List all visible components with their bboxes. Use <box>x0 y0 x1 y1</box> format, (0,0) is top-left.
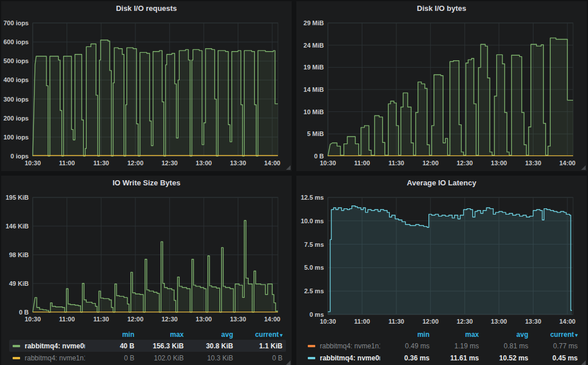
legend-header: min max avg current▾ <box>304 329 581 340</box>
legend-max-value: 1.19 ms <box>430 342 479 350</box>
panel-title[interactable]: Disk I/O bytes <box>296 1 587 16</box>
svg-text:11:30: 11:30 <box>93 316 109 323</box>
disk-io-bytes-chart[interactable]: 0 B5 MiB10 MiB14 MiB19 MiB24 MiB29 MiB10… <box>296 16 587 171</box>
svg-text:14:00: 14:00 <box>264 316 280 323</box>
io-write-size-chart[interactable]: 0 B49 KiB98 KiB146 KiB195 KiB10:3011:001… <box>1 191 292 327</box>
svg-text:11:00: 11:00 <box>59 316 75 323</box>
svg-text:11:30: 11:30 <box>388 160 404 166</box>
legend-avg-value: 10.3 KiB <box>184 354 233 362</box>
svg-text:12:00: 12:00 <box>423 160 439 166</box>
panel-resize-handle[interactable] <box>286 360 291 365</box>
legend-avg-value: 0.81 ms <box>479 342 528 350</box>
legend-current-value: 0 B <box>233 354 283 362</box>
legend-min-value: 40 B <box>85 342 134 350</box>
legend-col-avg[interactable]: avg <box>479 331 528 339</box>
svg-text:12:30: 12:30 <box>161 160 177 166</box>
svg-text:12:00: 12:00 <box>423 318 439 325</box>
legend-col-min[interactable]: min <box>85 331 134 339</box>
svg-text:98 KiB: 98 KiB <box>9 251 29 258</box>
svg-text:10:30: 10:30 <box>25 316 41 323</box>
svg-text:11:00: 11:00 <box>59 160 75 166</box>
panel-disk-io-requests: Disk I/O requests 0 iops100 iops200 iops… <box>1 1 292 171</box>
svg-text:13:00: 13:00 <box>491 160 507 166</box>
panel-title[interactable]: Disk I/O requests <box>1 1 292 16</box>
legend-max-value: 102.0 KiB <box>134 354 184 362</box>
svg-text:13:00: 13:00 <box>196 316 212 323</box>
panel-resize-handle[interactable] <box>286 165 291 170</box>
legend: min max avg current▾ rabbitmq4: nvme0n1:… <box>1 329 292 365</box>
svg-text:700 iops: 700 iops <box>3 20 29 26</box>
svg-text:14:00: 14:00 <box>559 160 575 166</box>
svg-text:13:00: 13:00 <box>491 318 507 325</box>
legend-col-max[interactable]: max <box>430 331 479 339</box>
series-swatch <box>13 345 20 347</box>
legend-header: min max avg current▾ <box>9 329 286 340</box>
svg-text:12:30: 12:30 <box>161 316 177 323</box>
svg-text:2.5 ms: 2.5 ms <box>304 288 324 294</box>
svg-text:12:00: 12:00 <box>127 160 144 166</box>
svg-text:500 iops: 500 iops <box>3 57 29 64</box>
disk-io-requests-chart[interactable]: 0 iops100 iops200 iops300 iops400 iops50… <box>1 16 292 171</box>
svg-text:10:30: 10:30 <box>320 318 336 325</box>
legend-max-value: 11.61 ms <box>430 354 479 362</box>
series-label[interactable]: rabbitmq4: nvme1n1: write <box>25 354 85 362</box>
svg-text:10:30: 10:30 <box>320 160 336 166</box>
legend-col-current[interactable]: current▾ <box>233 331 283 339</box>
legend-col-avg[interactable]: avg <box>184 331 233 339</box>
svg-text:24 MiB: 24 MiB <box>304 42 324 49</box>
sort-caret-icon: ▾ <box>575 332 578 338</box>
svg-text:5.0 ms: 5.0 ms <box>304 264 324 271</box>
series-swatch <box>308 345 315 347</box>
sort-caret-icon: ▾ <box>280 332 283 338</box>
legend-min-value: 0.36 ms <box>380 354 430 362</box>
svg-text:11:00: 11:00 <box>354 160 370 166</box>
legend-col-current[interactable]: current▾ <box>528 331 578 339</box>
svg-text:300 iops: 300 iops <box>3 96 29 103</box>
grafana-dashboard: Disk I/O requests 0 iops100 iops200 iops… <box>0 0 588 365</box>
svg-text:10.0 ms: 10.0 ms <box>301 218 324 224</box>
svg-text:11:30: 11:30 <box>93 160 109 166</box>
svg-text:0 B: 0 B <box>19 309 29 316</box>
svg-text:49 KiB: 49 KiB <box>9 280 29 287</box>
legend-row: rabbitmq4: nvme0n1: write 0.36 ms 11.61 … <box>304 352 581 364</box>
panel-title[interactable]: Average IO Latency <box>296 176 587 191</box>
series-label[interactable]: rabbitmq4: nvme1n1: write <box>320 342 380 350</box>
legend-current-value: 1.1 KiB <box>233 342 283 350</box>
svg-text:100 iops: 100 iops <box>3 134 29 141</box>
svg-text:29 MiB: 29 MiB <box>304 20 324 26</box>
svg-text:11:30: 11:30 <box>388 318 404 325</box>
svg-text:0 iops: 0 iops <box>10 153 29 160</box>
average-io-latency-chart[interactable]: 0 ms2.5 ms5.0 ms7.5 ms10.0 ms12.5 ms10:3… <box>296 191 587 329</box>
svg-text:19 MiB: 19 MiB <box>304 64 324 71</box>
panel-resize-handle[interactable] <box>581 165 586 170</box>
svg-text:13:30: 13:30 <box>525 318 541 325</box>
legend-col-min[interactable]: min <box>380 331 430 339</box>
legend-avg-value: 30.8 KiB <box>184 342 233 350</box>
series-label[interactable]: rabbitmq4: nvme0n1: write <box>25 342 85 350</box>
panel-resize-handle[interactable] <box>581 360 586 365</box>
legend-min-value: 0.49 ms <box>380 342 430 350</box>
svg-text:12:30: 12:30 <box>457 160 473 166</box>
series-swatch <box>13 357 20 359</box>
svg-text:12:00: 12:00 <box>127 316 144 323</box>
svg-text:195 KiB: 195 KiB <box>6 194 29 201</box>
legend-avg-value: 10.52 ms <box>479 354 528 362</box>
svg-text:0 B: 0 B <box>314 153 324 160</box>
svg-text:13:30: 13:30 <box>230 160 246 166</box>
legend-col-max[interactable]: max <box>134 331 184 339</box>
svg-text:13:00: 13:00 <box>196 160 212 166</box>
svg-text:14:00: 14:00 <box>559 318 575 325</box>
svg-text:12:30: 12:30 <box>457 318 473 325</box>
svg-text:10:30: 10:30 <box>25 160 41 166</box>
legend: min max avg current▾ rabbitmq4: nvme1n1:… <box>296 329 587 365</box>
panel-title[interactable]: IO Write Size Bytes <box>1 176 292 191</box>
series-label[interactable]: rabbitmq4: nvme0n1: write <box>320 354 380 362</box>
panel-average-io-latency: Average IO Latency 0 ms2.5 ms5.0 ms7.5 m… <box>296 176 587 365</box>
series-swatch <box>308 357 315 359</box>
svg-text:11:00: 11:00 <box>354 318 370 325</box>
svg-text:14 MiB: 14 MiB <box>304 86 324 93</box>
svg-text:14:00: 14:00 <box>264 160 280 166</box>
svg-text:13:30: 13:30 <box>525 160 541 166</box>
svg-text:7.5 ms: 7.5 ms <box>304 241 324 248</box>
legend-row: rabbitmq4: nvme0n1: write 40 B 156.3 KiB… <box>9 340 286 352</box>
